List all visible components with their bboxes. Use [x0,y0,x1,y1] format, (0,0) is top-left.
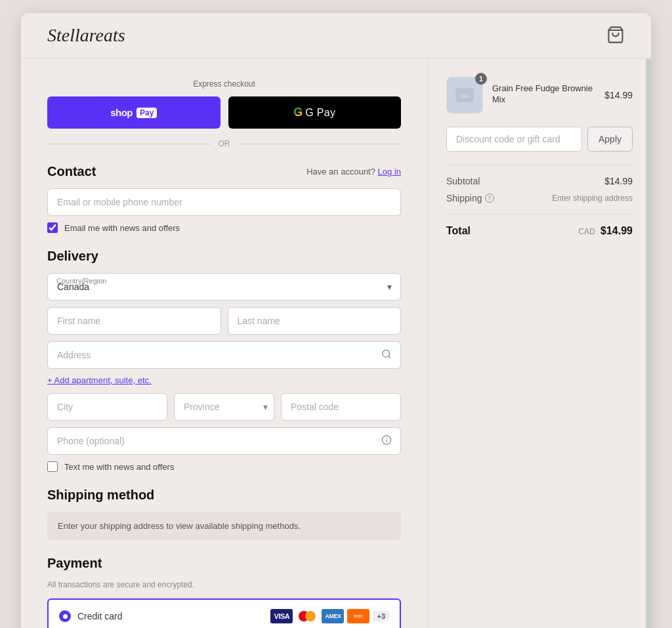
product-price: $14.99 [604,90,633,100]
newsletter-checkbox[interactable] [47,222,58,233]
shipping-info-box: Enter your shipping address to view avai… [47,512,401,540]
delivery-section: Delivery Country/Region Canada ▾ [47,249,401,472]
plus-badge: +3 [373,611,389,621]
brand-logo: Stellareats [47,25,125,46]
divider-line-right [238,144,402,144]
discount-row: Apply [446,127,633,152]
payment-subtitle: All transactions are secure and encrypte… [47,580,401,589]
first-name-input[interactable] [47,307,221,335]
mastercard-icon [296,609,318,623]
subtotal-row: Subtotal $14.99 [446,176,633,186]
total-row: Total CAD $14.99 [446,225,633,237]
quantity-badge: 1 [475,73,487,85]
divider-line-left [47,144,211,144]
subtotal-value: $14.99 [604,176,633,186]
google-g-icon: G [293,106,303,119]
right-panel: Mix 1 Grain Free Fudge Brownie Mix $14.9… [428,58,651,628]
login-link: Have an account? Log in [306,167,401,177]
contact-section-header: Contact Have an account? Log in [47,164,401,179]
card-icons: VISA AMEX DISC +3 [270,609,389,623]
or-divider: OR [47,139,401,148]
shipping-method-header: Shipping method [47,488,401,503]
svg-line-2 [388,356,390,358]
cart-icon[interactable] [606,26,625,46]
country-label: Country/Region [56,277,106,285]
payment-title: Payment [47,556,102,571]
visa-icon: VISA [270,609,293,623]
shipping-row: Shipping ? Enter shipping address [446,193,633,203]
product-info: Grain Free Fudge Brownie Mix [492,83,595,107]
shipping-method-title: Shipping method [47,488,154,503]
phone-input[interactable] [47,427,401,455]
total-value: CAD $14.99 [578,225,633,237]
express-checkout-label: Express checkout [47,79,401,89]
newsletter-label: Email me with news and offers [64,223,180,233]
total-divider [446,214,633,215]
country-select-wrapper: Country/Region Canada ▾ [47,273,401,301]
google-pay-button[interactable]: G G Pay [228,96,402,129]
add-apartment-link[interactable]: + Add apartment, suite, etc. [47,375,401,385]
total-label: Total [446,225,471,237]
credit-card-radio[interactable] [59,610,71,622]
page-wrapper: Stellareats Express checkout shop Pay G [21,13,651,628]
product-row: Mix 1 Grain Free Fudge Brownie Mix $14.9… [446,77,633,114]
text-me-checkbox[interactable] [47,461,58,472]
amex-icon: AMEX [322,609,344,623]
payment-section: Payment All transactions are secure and … [47,556,401,628]
subtotal-label: Subtotal [446,176,480,186]
svg-text:Mix: Mix [461,93,469,99]
delivery-section-header: Delivery [47,249,401,264]
discount-input[interactable] [446,127,582,152]
shipping-info-text: Enter your shipping address to view avai… [58,521,301,531]
product-image-wrapper: Mix 1 [446,77,483,114]
city-province-row: Province ▾ [47,393,401,421]
svg-point-1 [383,350,390,358]
have-account-text: Have an account? [306,167,375,177]
postal-code-input[interactable] [281,393,401,421]
phone-wrapper [47,427,401,455]
apply-button[interactable]: Apply [587,127,633,152]
login-anchor[interactable]: Log in [378,167,401,177]
google-pay-label: G Pay [305,107,335,119]
shipping-value: Enter shipping address [552,194,633,203]
contact-title: Contact [47,164,96,179]
text-me-label: Text me with news and offers [64,462,174,472]
total-amount: $14.99 [600,225,633,236]
address-wrapper [47,341,401,369]
main-content: Express checkout shop Pay G G Pay OR Con… [21,58,651,628]
city-input[interactable] [47,393,167,421]
newsletter-row: Email me with news and offers [47,222,401,233]
province-select-wrapper: Province ▾ [174,393,274,421]
total-currency: CAD [578,227,595,236]
shop-pay-button[interactable]: shop Pay [47,96,220,129]
text-me-row: Text me with news and offers [47,461,401,472]
or-text: OR [219,139,230,148]
shipping-info-circle[interactable]: ? [485,194,494,203]
header: Stellareats [21,13,651,58]
credit-card-label: Credit card [77,611,122,621]
left-panel: Express checkout shop Pay G G Pay OR Con… [21,58,428,628]
last-name-input[interactable] [228,307,402,335]
shipping-method-section: Shipping method Enter your shipping addr… [47,488,401,540]
payment-left: Credit card [59,610,122,622]
payment-option-credit-card[interactable]: Credit card VISA AMEX DISC +3 [47,598,401,628]
province-select[interactable]: Province [174,393,274,421]
product-name: Grain Free Fudge Brownie Mix [492,83,595,106]
name-row [47,307,401,335]
phone-info-icon[interactable] [381,435,392,448]
payment-header: Payment [47,556,401,571]
delivery-title: Delivery [47,249,98,264]
address-input[interactable] [47,341,401,369]
discover-icon: DISC [347,609,369,623]
express-buttons: shop Pay G G Pay [47,96,401,129]
shipping-label: Shipping ? [446,193,494,203]
summary-divider [446,165,633,165]
email-input[interactable] [47,188,401,216]
search-icon [381,349,392,362]
